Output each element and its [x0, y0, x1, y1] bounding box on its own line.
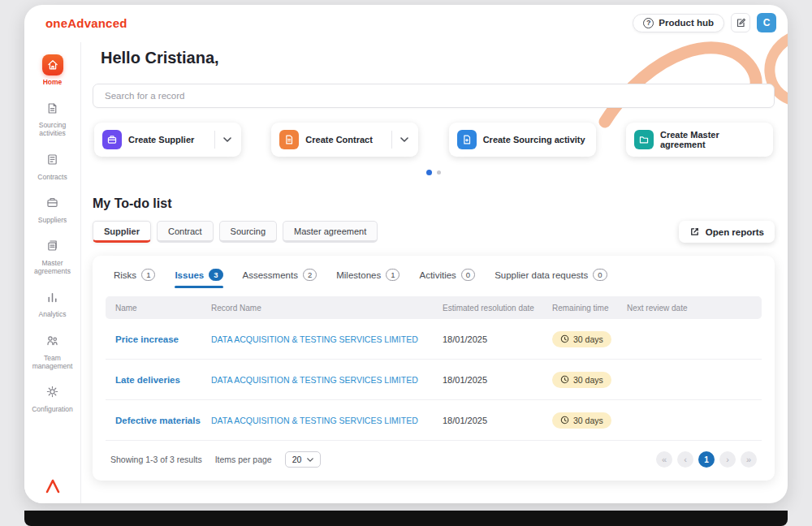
app-window: oneAdvanced ? Product hub C Home Sourcin…	[24, 5, 788, 503]
search-input[interactable]	[93, 84, 775, 108]
open-external-icon	[689, 226, 700, 237]
tab-contract[interactable]: Contract	[157, 221, 214, 243]
tab-master-agreement[interactable]: Master agreement	[283, 221, 378, 243]
create-sourcing-activity-card[interactable]: Create Sourcing activity	[449, 123, 596, 157]
table-row[interactable]: Defective materials DATA ACQUISITION & T…	[106, 400, 762, 441]
remaining-time-badge: 30 days	[552, 331, 611, 347]
team-management-icon	[42, 330, 63, 351]
create-supplier-card[interactable]: Create Supplier	[94, 123, 241, 157]
items-per-page-label: Items per page	[215, 455, 272, 464]
sidebar-item-analytics[interactable]: Analytics	[26, 281, 80, 324]
create-supplier-dropdown[interactable]	[222, 136, 233, 144]
pagination: « ‹ 1 › »	[656, 451, 757, 468]
sidebar-item-label: Team management	[29, 354, 76, 370]
record-name-link[interactable]: DATA ACQUISITION & TESTING SERVICES LIMI…	[211, 375, 443, 385]
column-header: Estimated resolution date	[443, 304, 552, 313]
quick-create-row: Create Supplier Create Contract	[93, 123, 775, 157]
tab-label: Master agreement	[294, 226, 366, 236]
feedback-button[interactable]	[731, 13, 750, 32]
sourcing-activity-icon	[457, 130, 477, 149]
count-badge: 3	[209, 269, 222, 281]
product-hub-button[interactable]: ? Product hub	[633, 14, 724, 32]
record-name-link[interactable]: DATA ACQUISITION & TESTING SERVICES LIMI…	[211, 416, 443, 425]
open-reports-label: Open reports	[706, 227, 764, 237]
carousel-dots	[93, 170, 775, 175]
subtab-activities[interactable]: Activities 0	[419, 269, 475, 288]
column-header: Record Name	[211, 304, 443, 313]
tab-label: Supplier	[104, 226, 140, 236]
tab-sourcing[interactable]: Sourcing	[219, 221, 277, 243]
count-badge: 0	[593, 269, 607, 281]
items-per-page-select[interactable]: 20	[285, 451, 322, 468]
count-badge: 2	[303, 269, 317, 281]
sidebar-item-label: Contracts	[37, 173, 67, 181]
remaining-time-badge: 30 days	[552, 372, 611, 388]
issue-name-link[interactable]: Late deliveries	[115, 375, 211, 385]
brand-logo: oneAdvanced	[45, 16, 127, 30]
screen-bezel	[24, 511, 788, 526]
create-master-agreement-card[interactable]: Create Master agreement	[626, 123, 773, 157]
open-reports-button[interactable]: Open reports	[679, 221, 775, 243]
topbar-actions: ? Product hub C	[633, 13, 776, 32]
subtab-risks[interactable]: Risks 1	[114, 269, 155, 288]
sidebar-item-home[interactable]: Home	[26, 49, 80, 92]
sidebar-item-label: Suppliers	[38, 216, 67, 224]
issue-name-link[interactable]: Defective materials	[115, 416, 211, 425]
clock-icon	[560, 334, 569, 343]
items-per-page-value: 20	[292, 455, 302, 464]
resolution-date: 18/01/2025	[443, 334, 552, 344]
todo-panel: Risks 1 Issues 3 Assessments 2 Milestone…	[93, 256, 775, 481]
sidebar-item-team-management[interactable]: Team management	[26, 325, 80, 376]
subtab-assessments[interactable]: Assessments 2	[243, 269, 317, 288]
sidebar-item-suppliers[interactable]: Suppliers	[26, 187, 80, 230]
todo-list-title: My To-do list	[93, 196, 775, 211]
create-card-label: Create Supplier	[128, 135, 194, 144]
subtab-milestones[interactable]: Milestones 1	[336, 269, 400, 288]
sidebar-item-label: Master agreements	[29, 259, 76, 275]
carousel-dot[interactable]	[426, 170, 432, 175]
chevron-down-icon	[400, 137, 408, 142]
compose-icon	[735, 17, 746, 28]
subtab-supplier-data-requests[interactable]: Supplier data requests 0	[495, 269, 607, 288]
first-page-button[interactable]: «	[656, 451, 672, 468]
table-row[interactable]: Price increase DATA ACQUISITION & TESTIN…	[106, 319, 762, 360]
subtab-label: Milestones	[336, 270, 381, 280]
table-row[interactable]: Late deliveries DATA ACQUISITION & TESTI…	[106, 360, 762, 400]
subtab-label: Assessments	[243, 270, 298, 280]
create-contract-dropdown[interactable]	[399, 136, 410, 144]
carousel-dot[interactable]	[437, 170, 441, 175]
create-card-label: Create Master agreement	[660, 130, 765, 149]
gear-icon	[42, 382, 63, 403]
home-icon	[42, 54, 63, 75]
sidebar-item-contracts[interactable]: Contracts	[26, 144, 80, 187]
subtab-label: Risks	[114, 270, 136, 280]
subtab-label: Activities	[419, 270, 456, 280]
record-name-link[interactable]: DATA ACQUISITION & TESTING SERVICES LIMI…	[211, 334, 443, 344]
sidebar-item-master-agreements[interactable]: Master agreements	[26, 230, 80, 281]
sidebar-item-configuration[interactable]: Configuration	[26, 376, 80, 419]
todo-subtabs: Risks 1 Issues 3 Assessments 2 Milestone…	[106, 267, 762, 288]
sidebar-item-sourcing-activities[interactable]: Sourcing activities	[26, 92, 80, 143]
divider	[391, 131, 392, 149]
tab-supplier[interactable]: Supplier	[93, 221, 151, 243]
issue-name-link[interactable]: Price increase	[115, 334, 211, 344]
column-header: Next review date	[627, 304, 752, 313]
page-number-button[interactable]: 1	[698, 451, 715, 468]
suppliers-icon	[42, 192, 63, 213]
count-badge: 1	[141, 269, 155, 281]
create-card-label: Create Sourcing activity	[483, 135, 585, 144]
help-icon: ?	[643, 18, 654, 28]
subtab-issues[interactable]: Issues 3	[175, 269, 222, 288]
next-page-button[interactable]: ›	[719, 451, 736, 468]
remaining-time-label: 30 days	[573, 416, 603, 425]
supplier-briefcase-icon	[102, 130, 122, 149]
folder-icon	[634, 130, 654, 149]
create-contract-card[interactable]: Create Contract	[271, 123, 418, 157]
previous-page-button[interactable]: ‹	[677, 451, 693, 468]
count-badge: 0	[461, 269, 475, 281]
resolution-date: 18/01/2025	[443, 416, 552, 425]
remaining-time-label: 30 days	[573, 375, 603, 385]
subtab-label: Supplier data requests	[495, 270, 588, 280]
last-page-button[interactable]: »	[741, 451, 757, 468]
user-avatar[interactable]: C	[757, 13, 776, 32]
